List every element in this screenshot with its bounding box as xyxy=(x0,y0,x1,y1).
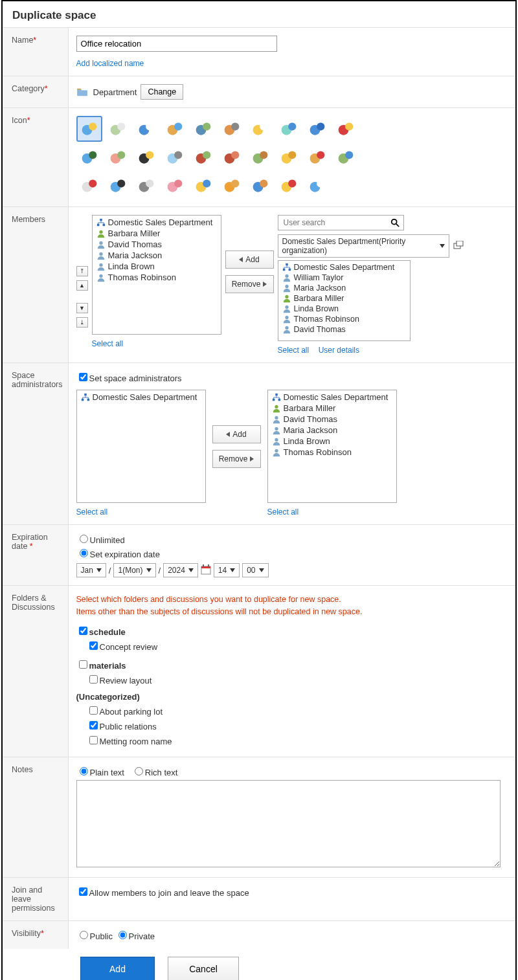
list-item[interactable]: Thomas Robinson xyxy=(280,314,409,324)
move-down-button[interactable]: ▼ xyxy=(76,303,88,313)
space-icon-option[interactable] xyxy=(162,173,188,199)
name-input[interactable] xyxy=(76,36,277,52)
space-icon-option[interactable] xyxy=(190,116,216,142)
list-item[interactable]: Barbara Miller xyxy=(269,403,395,414)
notes-rich-radio[interactable] xyxy=(135,767,143,775)
space-icon-option[interactable] xyxy=(162,116,188,142)
list-item[interactable]: Domestic Sales Department xyxy=(269,392,395,403)
folder-schedule-checkbox[interactable] xyxy=(79,627,87,635)
list-item[interactable]: Linda Brown xyxy=(94,261,220,272)
space-icon-option[interactable] xyxy=(333,116,359,142)
exp-month-select[interactable]: Jan xyxy=(76,563,106,577)
user-search-input[interactable] xyxy=(278,215,404,230)
space-icon-option[interactable] xyxy=(133,144,159,170)
space-icon-option[interactable] xyxy=(133,116,159,142)
members-right-select-all[interactable]: Select all xyxy=(278,346,310,355)
members-available-list[interactable]: Domestic Sales DepartmentWilliam TaylorM… xyxy=(278,260,411,341)
space-icon-option[interactable] xyxy=(133,173,159,199)
move-top-button[interactable]: ⤒ xyxy=(76,266,88,276)
space-icon-option[interactable] xyxy=(76,173,102,199)
members-left-select-all[interactable]: Select all xyxy=(92,339,124,348)
space-icon-option[interactable] xyxy=(333,144,359,170)
triangle-right-icon xyxy=(250,456,254,462)
exp-min-select[interactable]: 00 xyxy=(242,563,268,577)
space-icon-option[interactable] xyxy=(105,144,131,170)
exp-day-select[interactable]: 1(Mon) xyxy=(113,563,155,577)
org-tree-icon[interactable] xyxy=(453,241,464,251)
notes-plain-radio[interactable] xyxy=(80,767,88,775)
list-item[interactable]: Linda Brown xyxy=(280,304,409,314)
list-item[interactable]: Barbara Miller xyxy=(94,228,220,239)
list-item[interactable]: Domestic Sales Department xyxy=(280,262,409,273)
list-item[interactable]: Domestic Sales Department xyxy=(78,392,204,403)
visibility-public-radio[interactable] xyxy=(80,931,88,939)
members-add-button[interactable]: Add xyxy=(225,251,274,269)
list-item[interactable]: David Thomas xyxy=(94,239,220,250)
space-icon-option[interactable] xyxy=(333,173,359,199)
space-icon-option[interactable] xyxy=(304,116,330,142)
space-icon-option[interactable] xyxy=(190,144,216,170)
disc-parking-checkbox[interactable] xyxy=(89,706,98,715)
members-remove-button[interactable]: Remove xyxy=(225,275,274,293)
exp-year-select[interactable]: 2024 xyxy=(163,563,198,577)
move-bottom-button[interactable]: ⤓ xyxy=(76,317,88,328)
space-icon-option[interactable] xyxy=(76,116,102,142)
space-icon-option[interactable] xyxy=(276,173,302,199)
list-item[interactable]: Thomas Robinson xyxy=(269,447,395,458)
disc-review-layout-checkbox[interactable] xyxy=(89,675,98,684)
disc-meeting-room-checkbox[interactable] xyxy=(89,736,98,744)
cancel-button[interactable]: Cancel xyxy=(168,957,239,981)
space-icon-option[interactable] xyxy=(304,173,330,199)
space-icon-option[interactable] xyxy=(105,116,131,142)
space-icon-option[interactable] xyxy=(276,116,302,142)
list-item[interactable]: William Taylor xyxy=(280,273,409,283)
list-item[interactable]: David Thomas xyxy=(269,414,395,425)
space-icon-option[interactable] xyxy=(219,116,245,142)
admins-add-button[interactable]: Add xyxy=(212,425,261,443)
space-icon-option[interactable] xyxy=(76,144,102,170)
space-icon-option[interactable] xyxy=(105,173,131,199)
space-icon-option[interactable] xyxy=(247,144,273,170)
set-space-admins-checkbox[interactable] xyxy=(79,373,87,381)
admins-left-select-all[interactable]: Select all xyxy=(76,507,108,517)
list-item[interactable]: Linda Brown xyxy=(269,436,395,447)
disc-concept-review-checkbox[interactable] xyxy=(89,641,98,650)
space-icon-option[interactable] xyxy=(162,144,188,170)
list-item[interactable]: Maria Jackson xyxy=(280,283,409,293)
add-localized-name-link[interactable]: Add localized name xyxy=(76,59,144,68)
svg-point-67 xyxy=(99,252,102,255)
space-icon-option[interactable] xyxy=(247,173,273,199)
members-selected-list[interactable]: Domestic Sales DepartmentBarbara MillerD… xyxy=(92,215,221,335)
user-details-link[interactable]: User details xyxy=(319,346,359,355)
list-item[interactable]: Domestic Sales Department xyxy=(94,217,220,228)
allow-join-leave-checkbox[interactable] xyxy=(79,887,87,896)
svg-point-37 xyxy=(317,151,324,159)
space-icon-option[interactable] xyxy=(190,173,216,199)
space-icon-option[interactable] xyxy=(304,144,330,170)
calendar-icon[interactable] xyxy=(201,564,211,577)
list-item[interactable]: Maria Jackson xyxy=(94,250,220,261)
add-button[interactable]: Add xyxy=(80,957,155,981)
disc-pr-checkbox[interactable] xyxy=(89,721,98,729)
space-icon-option[interactable] xyxy=(276,144,302,170)
move-up-button[interactable]: ▲ xyxy=(76,280,88,291)
admins-selected-list[interactable]: Domestic Sales Department xyxy=(76,390,206,503)
space-icon-option[interactable] xyxy=(247,116,273,142)
space-icon-option[interactable] xyxy=(219,144,245,170)
list-item[interactable]: Thomas Robinson xyxy=(94,272,220,283)
org-picker-dropdown[interactable]: Domestic Sales Department(Priority organ… xyxy=(278,234,449,258)
notes-textarea[interactable] xyxy=(76,780,501,867)
list-item[interactable]: Maria Jackson xyxy=(269,425,395,436)
admins-available-list[interactable]: Domestic Sales DepartmentBarbara MillerD… xyxy=(267,390,397,503)
exp-hour-select[interactable]: 14 xyxy=(214,563,240,577)
expiration-unlimited-radio[interactable] xyxy=(80,535,88,543)
admins-remove-button[interactable]: Remove xyxy=(212,450,261,468)
list-item[interactable]: Barbara Miller xyxy=(280,293,409,304)
space-icon-option[interactable] xyxy=(219,173,245,199)
folder-materials-checkbox[interactable] xyxy=(79,660,87,669)
admins-right-select-all[interactable]: Select all xyxy=(267,507,299,517)
change-category-button[interactable]: Change xyxy=(141,84,183,100)
visibility-private-radio[interactable] xyxy=(118,931,127,939)
list-item[interactable]: David Thomas xyxy=(280,324,409,335)
expiration-set-radio[interactable] xyxy=(80,549,88,557)
